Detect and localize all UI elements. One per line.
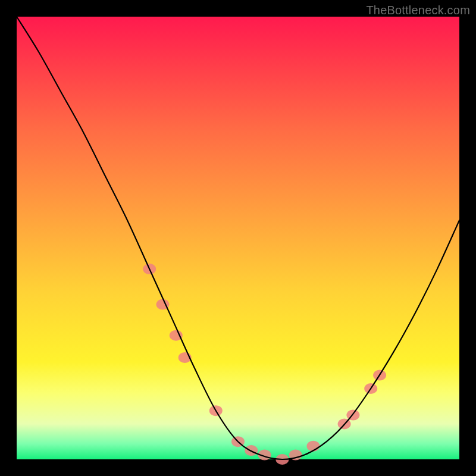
- plot-area: [17, 17, 459, 459]
- chart-frame: TheBottleneck.com: [0, 0, 476, 476]
- highlight-dot: [307, 441, 320, 452]
- curve-svg: [17, 17, 459, 459]
- watermark-text: TheBottleneck.com: [366, 4, 470, 17]
- bottleneck-curve: [17, 17, 459, 459]
- marker-layer: [143, 264, 386, 465]
